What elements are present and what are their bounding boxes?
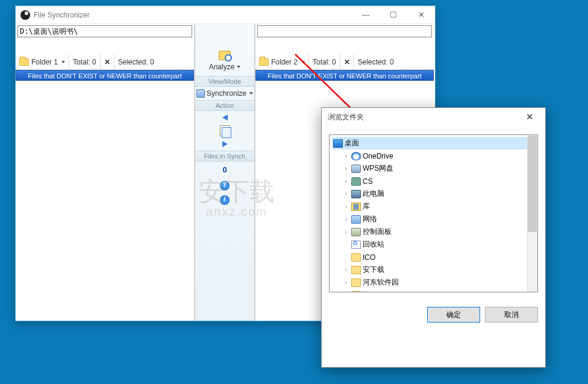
folder-icon xyxy=(351,279,361,287)
tree-node-thispc[interactable]: › 此电脑 xyxy=(342,187,537,200)
folder-tree[interactable]: 桌面 › OneDrive › WPS网盘 › CS xyxy=(329,134,538,292)
app-icon xyxy=(20,10,30,20)
synchronize-label: Synchronize xyxy=(207,89,246,98)
tree-node-folder-ico[interactable]: ICO xyxy=(342,251,537,263)
expand-icon[interactable]: › xyxy=(343,153,349,159)
right-path-input[interactable] xyxy=(257,25,432,37)
expand-icon[interactable]: › xyxy=(343,178,349,184)
left-panel: Folder 1 Total: 0 ✕ Selected: 0 Files th… xyxy=(16,24,195,321)
recycle-bin-icon xyxy=(351,241,361,249)
user-icon xyxy=(351,177,361,186)
tree-label: WPS网盘 xyxy=(363,163,393,174)
cloud-icon xyxy=(351,152,361,160)
chevron-down-icon xyxy=(61,61,65,63)
tree-label: OneDrive xyxy=(363,152,393,160)
folder-icon xyxy=(351,253,361,262)
tree-node-wps[interactable]: › WPS网盘 xyxy=(342,162,537,175)
expand-icon[interactable]: › xyxy=(343,279,349,286)
center-panel: Analyze View/Mode Synchronize Action Fil… xyxy=(195,24,255,321)
dialog-close-button[interactable]: ✕ xyxy=(516,109,543,125)
browse-folder-dialog: 浏览文件夹 ✕ 桌面 › OneDrive › WPS网盘 xyxy=(321,107,546,368)
tree-label: CS xyxy=(363,177,373,186)
tree-node-cs[interactable]: › CS xyxy=(342,175,537,187)
copy-left-button[interactable] xyxy=(222,115,228,121)
network-icon xyxy=(351,215,361,224)
action-header: Action xyxy=(195,100,254,111)
tree-node-folder-anxiazai[interactable]: › 安下载 xyxy=(342,263,537,276)
tree-node-recycle-bin[interactable]: 回收站 xyxy=(342,238,537,251)
tree-node-desktop[interactable]: 桌面 xyxy=(332,137,537,150)
help-button[interactable] xyxy=(220,181,230,190)
right-selected-label: Selected: 0 xyxy=(354,54,398,69)
tree-label: 安下载 xyxy=(363,265,384,275)
expand-icon[interactable]: › xyxy=(343,228,349,235)
wps-icon xyxy=(351,165,361,173)
folder-icon xyxy=(259,58,269,66)
tree-label: 此电脑 xyxy=(363,189,384,199)
files-in-synch-header: Files in Synch xyxy=(195,151,254,162)
minimize-button[interactable]: — xyxy=(352,6,380,24)
info-button[interactable] xyxy=(220,195,230,205)
titlebar: File Synchronizer — ☐ ✕ xyxy=(16,6,435,24)
right-list-header: Files that DON'T EXIST or NEWER than cou… xyxy=(255,70,434,81)
expand-icon[interactable]: › xyxy=(343,292,349,292)
desktop-icon xyxy=(333,139,343,148)
tree-node-onedrive[interactable]: › OneDrive xyxy=(342,150,537,162)
dialog-titlebar: 浏览文件夹 ✕ xyxy=(322,108,545,126)
chevron-down-icon xyxy=(301,61,305,63)
close-button[interactable]: ✕ xyxy=(407,6,435,24)
left-file-list[interactable] xyxy=(16,81,194,321)
tree-scrollbar[interactable] xyxy=(527,135,537,292)
pc-icon xyxy=(351,190,361,198)
chevron-down-icon xyxy=(237,66,240,68)
copy-right-button[interactable] xyxy=(222,141,228,147)
left-path-input[interactable] xyxy=(17,25,192,37)
analyze-button[interactable]: Analyze xyxy=(195,48,254,76)
right-toolbar: Folder 2 Total: 0 ✕ Selected: 0 xyxy=(255,54,434,70)
tree-node-folder-jiaocheng[interactable]: › 教程 xyxy=(342,289,537,292)
expand-icon[interactable]: › xyxy=(343,203,349,210)
left-folder-button[interactable]: Folder 1 xyxy=(16,54,69,69)
tree-label: 控制面板 xyxy=(363,227,392,237)
tree-node-libraries[interactable]: › 库 xyxy=(342,200,537,213)
analyze-icon xyxy=(219,51,231,60)
tree-node-network[interactable]: › 网络 xyxy=(342,213,537,225)
copy-both-button[interactable] xyxy=(220,125,230,136)
tree-label: ICO xyxy=(363,253,375,262)
folder-icon xyxy=(19,58,29,66)
ok-button[interactable]: 确定 xyxy=(427,307,480,323)
dialog-title: 浏览文件夹 xyxy=(328,112,364,122)
folder-icon xyxy=(351,291,361,293)
folder-icon xyxy=(351,266,361,274)
left-selected-label: Selected: 0 xyxy=(114,54,158,69)
tree-label: 教程 xyxy=(363,290,377,292)
right-folder-button[interactable]: Folder 2 xyxy=(255,54,309,69)
expand-icon[interactable]: › xyxy=(343,216,349,222)
expand-icon[interactable]: › xyxy=(343,165,349,172)
left-toolbar: Folder 1 Total: 0 ✕ Selected: 0 xyxy=(16,54,194,70)
analyze-label: Analyze xyxy=(209,63,235,71)
expand-icon[interactable]: › xyxy=(343,190,349,197)
tree-node-folder-hedong[interactable]: › 河东软件园 xyxy=(342,276,537,289)
view-mode-header: View/Mode xyxy=(195,76,254,87)
tree-node-control-panel[interactable]: › 控制面板 xyxy=(342,225,537,238)
right-folder-label: Folder 2 xyxy=(271,58,298,66)
scrollbar-thumb[interactable] xyxy=(528,136,537,232)
control-panel-icon xyxy=(351,228,361,236)
chevron-down-icon xyxy=(249,92,253,95)
right-total-label: Total: 0 xyxy=(309,54,340,69)
synchronize-button[interactable]: Synchronize xyxy=(193,87,257,100)
tree-label: 桌面 xyxy=(345,138,359,148)
tree-label: 库 xyxy=(363,201,370,212)
libraries-icon xyxy=(351,203,361,211)
cancel-button[interactable]: 取消 xyxy=(485,307,538,323)
tree-label: 网络 xyxy=(363,214,377,224)
expand-icon[interactable]: › xyxy=(343,266,349,273)
maximize-button[interactable]: ☐ xyxy=(380,6,407,24)
left-folder-label: Folder 1 xyxy=(31,58,58,66)
right-clear-button[interactable]: ✕ xyxy=(340,54,354,69)
synchronize-icon xyxy=(196,89,205,98)
tree-label: 河东软件园 xyxy=(363,277,399,288)
left-total-label: Total: 0 xyxy=(69,54,101,69)
left-clear-button[interactable]: ✕ xyxy=(101,54,114,69)
